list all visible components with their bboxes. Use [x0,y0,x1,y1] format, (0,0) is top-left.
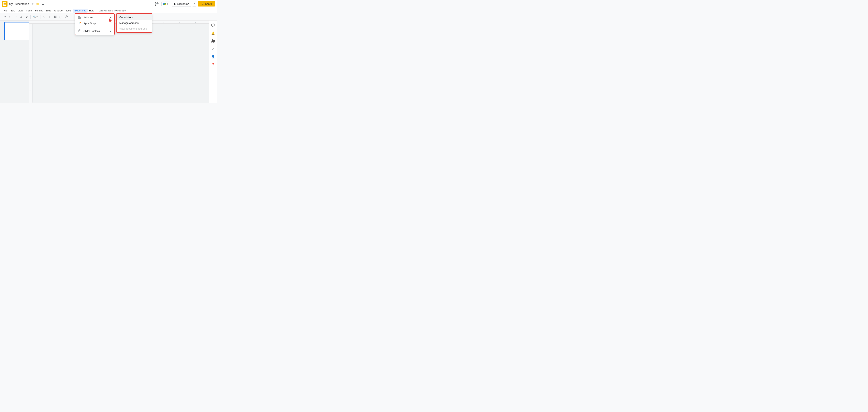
apps-script-label: Apps Script [84,22,96,25]
right-sidebar: 💬 🔔 🎥 ✓ 👤 📍 + ▶ [209,21,217,103]
sidebar-icon-meet[interactable]: 🎥 [210,38,216,44]
apps-script-icon [78,22,82,25]
slideshow-dropdown-button[interactable]: ▾ [192,1,196,6]
menu-tools[interactable]: Tools [64,9,73,12]
apps-script-option[interactable]: Apps Script [75,20,114,26]
folder-icon[interactable]: 📁 [36,2,40,6]
addons-icon [78,15,82,19]
sidebar-icon-tasks[interactable]: ✓ [210,46,216,52]
svg-rect-19 [80,18,81,19]
paint-format-button[interactable]: 🖌 [24,14,29,20]
meet-icon [163,3,166,5]
star-icon[interactable]: ☆ [31,2,34,6]
menu-format[interactable]: Format [34,9,44,12]
presentation-title[interactable]: My Presentation [9,2,29,5]
sidebar-icon-maps[interactable]: 📍 [210,62,216,68]
svg-text:5: 5 [30,89,31,91]
menu-edit[interactable]: Edit [9,9,16,12]
menu-arrange[interactable]: Arrange [53,9,64,12]
svg-text:1: 1 [69,22,70,23]
addons-option[interactable]: Add-ons ▶ [75,14,114,20]
svg-text:2: 2 [30,48,31,50]
svg-rect-17 [80,16,81,17]
svg-text:3: 3 [30,62,31,64]
print-button[interactable]: 🖨 [19,14,24,20]
svg-text:7: 7 [163,22,164,23]
slides-logo [3,2,6,6]
get-addons-item[interactable]: Get add-ons [117,14,152,20]
lock-icon: 🔒 [201,2,204,5]
slideshow-button[interactable]: ▶ Slideshow [172,1,191,7]
meet-button[interactable]: ▾ [161,2,170,6]
menu-view[interactable]: View [16,9,25,12]
vertical-ruler: 1 2 3 4 5 [29,24,33,103]
slideshow-label: Slideshow [177,2,189,5]
share-label: Share [205,2,212,5]
zoom-icon: 🔍 [33,15,36,18]
toolbar-separator-2 [40,15,40,19]
toolbar-separator-1 [30,15,31,19]
slides-toolbox-option[interactable]: Slides Toolbox ▶ [75,28,114,34]
manage-addons-item[interactable]: Manage add-ons [117,20,152,26]
svg-point-22 [81,23,81,23]
zoom-control[interactable]: 🔍 ▾ [32,15,39,19]
svg-text:1: 1 [30,34,31,36]
view-doc-addons-label: View document add-ons [119,27,147,30]
text-tool[interactable]: T [47,14,52,20]
svg-text:9: 9 [195,22,196,23]
comment-button[interactable]: 💬 [153,1,160,7]
sidebar-icon-notifications[interactable]: 🔔 [210,30,216,36]
svg-text:4: 4 [30,75,31,77]
editor-area: 1 2 3 4 5 6 7 8 9 1 2 3 4 5 [29,21,209,103]
zoom-level: ▾ [36,15,38,18]
menu-help[interactable]: Help [88,9,96,12]
title-bar: My Presentation ☆ 📁 ☁ 💬 ▾ ▶ Slideshow ▾ … [0,0,217,8]
title-icons: ☆ 📁 ☁ [31,2,45,6]
slideshow-icon: ▶ [174,2,176,5]
slide-thumbnail[interactable] [4,22,29,40]
svg-rect-16 [79,16,80,17]
edit-status: Last edit was 3 minutes ago [99,9,126,12]
slides-toolbox-arrow: ▶ [110,30,112,32]
canvas-wrap: Click to add title Click to add subtitle [33,24,209,103]
addons-submenu: Get add-ons Manage add-ons View document… [116,13,152,33]
menu-file[interactable]: File [2,9,9,12]
image-tool[interactable]: 🖼 [53,14,58,20]
meet-label: ▾ [167,3,168,5]
select-tool[interactable]: ↖ [42,14,47,20]
svg-rect-18 [79,18,80,19]
view-doc-addons-item: View document add-ons [117,26,152,32]
menu-extensions[interactable]: Extensions [73,9,88,12]
undo-button[interactable]: ↩ [7,14,12,20]
slide-thumb-inner [5,23,29,40]
share-button[interactable]: 🔒 Share [198,1,215,6]
line-tool[interactable]: ╱▾ [64,14,69,20]
app-icon [2,1,7,7]
menu-bar: File Edit View Insert Format Slide Arran… [0,8,217,13]
menu-insert[interactable]: Insert [25,9,34,12]
slide-panel: 1 [0,21,29,103]
sidebar-icon-contacts[interactable]: 👤 [210,54,216,60]
slides-toolbox-label: Slides Toolbox [84,30,100,33]
addons-label: Add-ons [84,16,93,19]
menu-slide[interactable]: Slide [44,9,53,12]
manage-addons-label: Manage add-ons [119,22,139,25]
cloud-icon[interactable]: ☁ [41,2,45,6]
addons-arrow: ▶ [110,16,112,19]
header-right: 💬 ▾ ▶ Slideshow ▾ 🔒 Share [153,1,215,7]
redo-button[interactable]: ↪ [13,14,18,20]
sidebar-icon-chat[interactable]: 💬 [210,22,216,28]
shape-tool[interactable]: ◯ [58,14,63,20]
slides-toolbox-icon [78,29,82,33]
extensions-menu: Add-ons ▶ Apps Script Slides Toolbox ▶ [75,13,115,35]
add-button[interactable]: +▾ [2,14,7,20]
svg-text:8: 8 [179,22,180,23]
menu-divider [75,27,114,27]
get-addons-label: Get add-ons [119,16,133,19]
